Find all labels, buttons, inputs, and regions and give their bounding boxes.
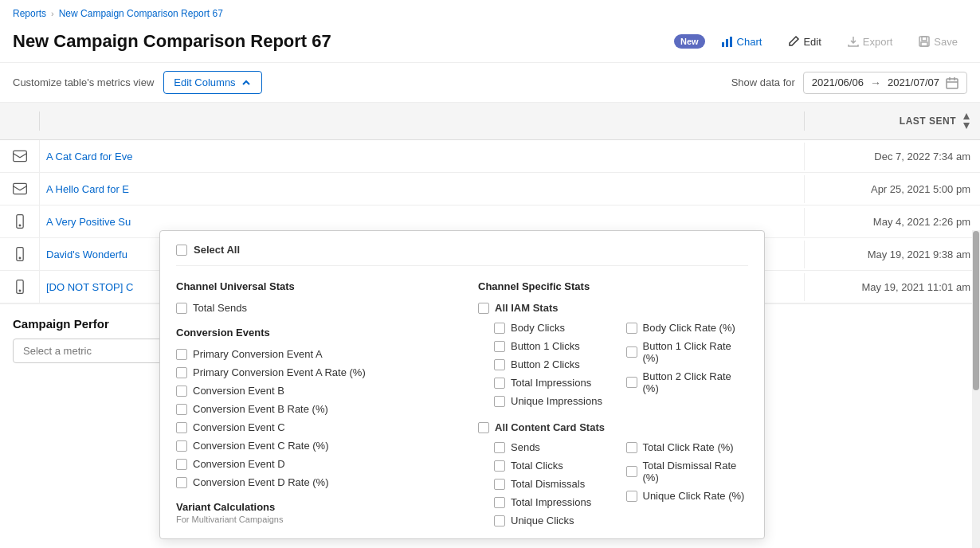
btn2-click-rate-checkbox[interactable] [626,377,637,388]
btn1-clicks-checkbox[interactable] [494,341,505,352]
select-all-label: Select All [194,244,240,256]
cc-sends-checkbox[interactable] [494,442,505,453]
pce-a-rate-checkbox[interactable] [176,367,187,378]
unique-impressions-label: Unique Impressions [511,395,602,407]
col-item-total-impressions: Total Impressions [494,374,617,392]
content-card-left-items: Sends Total Clicks Total Dismissals [494,438,617,530]
header-actions: New Chart Edit Export [674,30,967,53]
svg-rect-9 [13,151,26,161]
breadcrumb-current: New Campaign Comparison Report 67 [59,8,223,19]
content-card-right-items: Total Click Rate (%) Total Dismissal Rat… [626,438,749,530]
ce-d-rate-checkbox[interactable] [176,477,187,488]
svg-rect-2 [730,37,732,47]
show-data-label: Show data for [731,76,795,88]
chart-button[interactable]: Chart [711,30,772,53]
table-header: Last Sent [0,103,980,140]
pce-a-rate-label: Primary Conversion Event A Rate (%) [193,366,366,378]
channel-specific-title: Channel Specific Stats [478,280,748,292]
cc-total-dismissal-rate-checkbox[interactable] [626,466,637,477]
export-button[interactable]: Export [837,30,903,53]
ce-d-checkbox[interactable] [176,459,187,470]
edit-columns-button[interactable]: Edit Columns [163,71,261,94]
scrollbar-thumb[interactable] [973,231,979,390]
export-icon [847,35,860,48]
ce-b-label: Conversion Event B [193,385,284,397]
metric-select-input[interactable] [13,339,167,363]
col-item-unique-impressions: Unique Impressions [494,392,617,410]
all-iam-checkbox[interactable] [478,303,489,314]
btn1-click-rate-checkbox[interactable] [626,346,637,358]
row-name-0[interactable]: A Cat Card for Eve [40,143,805,170]
table-row: A Cat Card for Eve Dec 7, 2022 7:34 am [0,140,980,173]
row-last-sent-3: May 19, 2021 9:38 am [805,241,980,268]
total-sends-label: Total Sends [193,302,247,314]
body-clicks-checkbox[interactable] [494,323,505,334]
btn2-clicks-checkbox[interactable] [494,359,505,370]
cc-total-dismissals-label: Total Dismissals [511,478,585,490]
cc-unique-clicks-label: Unique Clicks [511,515,574,526]
iam-stats-section: All IAM Stats Body Clicks Button 1 Click… [478,299,748,410]
col-item-ce-b-rate: Conversion Event B Rate (%) [176,400,446,418]
edit-button[interactable]: Edit [778,30,830,53]
scrollbar-track [972,230,980,548]
col-item-ce-c: Conversion Event C [176,418,446,436]
phone-icon [12,279,28,295]
unique-impressions-checkbox[interactable] [494,396,505,407]
edit-icon [787,35,800,48]
btn1-clicks-label: Button 1 Clicks [511,340,580,352]
breadcrumb: Reports › New Campaign Comparison Report… [0,0,980,24]
svg-rect-5 [921,42,927,46]
btn2-click-rate-label: Button 2 Click Rate (%) [643,370,749,394]
cc-total-click-rate-checkbox[interactable] [626,442,637,453]
cc-unique-click-rate-checkbox[interactable] [626,491,637,502]
sort-icon [962,112,970,130]
pce-a-checkbox[interactable] [176,349,187,360]
row-name-1[interactable]: A Hello Card for E [40,175,805,203]
svg-rect-6 [947,79,958,88]
conversion-events-title: Conversion Events [176,327,446,339]
cc-total-dismissals-checkbox[interactable] [494,479,505,490]
svg-marker-7 [963,113,970,119]
col-item-cc-unique-click-rate: Unique Click Rate (%) [626,487,749,505]
right-column: Channel Specific Stats All IAM Stats Bod… [478,277,748,530]
btn1-click-rate-label: Button 1 Click Rate (%) [643,340,749,364]
content-card-all-row: All Content Card Stats [478,418,748,436]
edit-columns-dropdown: Select All Channel Universal Stats Total… [159,230,765,539]
body-clicks-label: Body Clicks [511,322,565,334]
conversion-events-section: Conversion Events Primary Conversion Eve… [176,327,446,491]
variant-calc-subtitle: For Multivariant Campaigns [176,515,446,524]
cc-total-clicks-label: Total Clicks [511,460,563,472]
total-sends-checkbox[interactable] [176,303,187,314]
all-content-card-checkbox[interactable] [478,422,489,433]
cc-total-impressions-checkbox[interactable] [494,497,505,508]
date-to: 2021/07/07 [888,76,939,88]
all-content-card-label: All Content Card Stats [495,421,605,433]
cc-total-dismissal-rate-label: Total Dismissal Rate (%) [643,460,749,483]
col-item-body-clicks: Body Clicks [494,319,617,337]
col-item-ce-d-rate: Conversion Event D Rate (%) [176,473,446,491]
ce-c-rate-checkbox[interactable] [176,440,187,452]
ce-c-checkbox[interactable] [176,422,187,433]
row-icon-4 [0,271,40,303]
cc-unique-clicks-checkbox[interactable] [494,515,505,526]
iam-all-row: All IAM Stats [478,299,748,317]
th-last-sent[interactable]: Last Sent [805,103,980,139]
ce-b-checkbox[interactable] [176,386,187,397]
content-card-stats-section: All Content Card Stats Sends Total Click… [478,418,748,530]
breadcrumb-reports-link[interactable]: Reports [13,8,46,19]
cc-total-clicks-checkbox[interactable] [494,460,505,472]
body-click-rate-checkbox[interactable] [626,323,637,334]
row-last-sent-4: May 19, 2021 11:01 am [805,273,980,301]
col-item-btn1-clicks: Button 1 Clicks [494,337,617,355]
breadcrumb-separator: › [51,9,54,18]
body-click-rate-label: Body Click Rate (%) [643,322,735,334]
variant-calculations-section: Variant Calculations For Multivariant Ca… [176,501,446,524]
ce-b-rate-checkbox[interactable] [176,404,187,415]
select-all-checkbox[interactable] [176,245,187,256]
total-impressions-checkbox[interactable] [494,378,505,389]
date-range-picker[interactable]: 2021/06/06 → 2021/07/07 [803,72,967,94]
col-item-cc-total-click-rate: Total Click Rate (%) [626,438,749,456]
save-button[interactable]: Save [908,30,967,53]
th-icon [0,112,40,131]
dropdown-columns: Channel Universal Stats Total Sends Conv… [176,277,748,530]
